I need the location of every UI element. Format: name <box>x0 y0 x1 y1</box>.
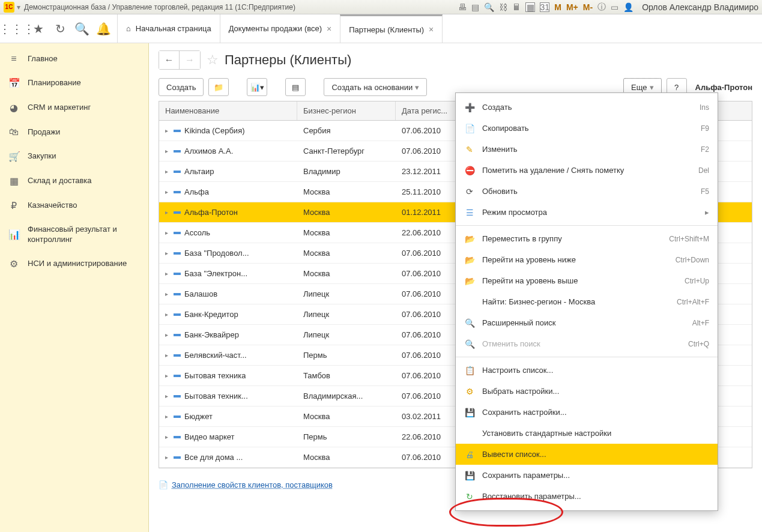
create-based-button[interactable]: Создать на основании ▾ <box>324 78 427 96</box>
nav-back-button[interactable]: ← <box>159 51 180 69</box>
menu-item-17[interactable]: Установить стандартные настройки <box>456 423 718 444</box>
menu-item-label: Сохранить настройки... <box>482 408 709 417</box>
row-icon <box>174 273 181 275</box>
sidebar-item-icon: ⚙ <box>8 258 19 270</box>
sidebar-item-1[interactable]: 📅Планирование <box>0 71 148 95</box>
tree-expand-icon[interactable]: ▸ <box>165 393 170 399</box>
menu-item-8[interactable]: 📂 Перейти на уровень нижеCtrl+Down <box>456 249 718 270</box>
sidebar-item-6[interactable]: ₽Казначейство <box>0 193 148 218</box>
tree-expand-icon[interactable]: ▸ <box>165 311 170 318</box>
user-name[interactable]: Орлов Александр Владимиро <box>642 2 758 12</box>
m-minus-icon[interactable]: M- <box>583 2 593 12</box>
tree-expand-icon[interactable]: ▸ <box>165 434 170 440</box>
sidebar-item-4[interactable]: 🛒Закупки <box>0 144 148 169</box>
menu-item-9[interactable]: 📂 Перейти на уровень вышеCtrl+Up <box>456 270 718 291</box>
window-icon[interactable]: ▭ <box>611 2 618 12</box>
row-icon <box>174 313 181 316</box>
tree-expand-icon[interactable]: ▸ <box>165 250 170 256</box>
main-content: ← → ☆ Партнеры (Клиенты) Создать 📁 📊▾ ▤ … <box>149 43 762 532</box>
menu-item-14[interactable]: 📋 Настроить список... <box>456 360 718 381</box>
create-folder-button[interactable]: 📁 <box>208 78 229 96</box>
favorite-icon[interactable]: ★ <box>28 18 49 40</box>
app-menu-arrow[interactable]: ▾ <box>17 3 20 11</box>
sidebar-item-icon: 🛍 <box>8 127 19 138</box>
calendar-31-icon[interactable]: 31 <box>540 2 549 12</box>
menu-item-16[interactable]: 💾 Сохранить настройки... <box>456 402 718 423</box>
row-region: Липецк <box>297 330 396 339</box>
menu-item-2[interactable]: ✎ ИзменитьF2 <box>456 139 718 160</box>
apps-icon[interactable]: ⋮⋮⋮ <box>6 18 28 40</box>
tree-expand-icon[interactable]: ▸ <box>165 291 170 297</box>
tree-expand-icon[interactable]: ▸ <box>165 168 170 175</box>
print-icon[interactable]: 🖶 <box>458 2 467 12</box>
link-icon[interactable]: ⛓ <box>499 2 507 12</box>
star-icon[interactable]: ☆ <box>207 52 219 68</box>
menu-item-label: Сохранить параметры... <box>482 471 709 480</box>
menu-item-7[interactable]: 📂 Переместить в группуCtrl+Shift+M <box>456 228 718 249</box>
fill-properties-link[interactable]: Заполнение свойств клиентов, поставщиков <box>172 480 333 489</box>
sidebar-item-3[interactable]: 🛍Продажи <box>0 120 148 144</box>
calendar-icon[interactable]: ▦ <box>525 2 535 12</box>
menu-item-11[interactable]: 🔍 Расширенный поискAlt+F <box>456 312 718 333</box>
menu-item-5[interactable]: ☰ Режим просмотра▸ <box>456 202 718 223</box>
menu-item-19[interactable]: 💾 Сохранить параметры... <box>456 465 718 486</box>
row-icon <box>174 334 181 336</box>
sidebar-item-0[interactable]: ≡Главное <box>0 47 148 71</box>
list-button[interactable]: ▤ <box>285 78 306 96</box>
menu-shortcut: Alt+F <box>692 319 709 327</box>
menu-item-20[interactable]: ↻ Восстановить параметры... <box>456 486 718 507</box>
menu-item-1[interactable]: 📄 СкопироватьF9 <box>456 118 718 139</box>
sidebar-item-icon: 📅 <box>8 77 19 89</box>
tab-sales-docs[interactable]: Документы продажи (все) × <box>220 14 341 43</box>
doc-icon[interactable]: ▤ <box>471 2 479 12</box>
create-button[interactable]: Создать <box>159 78 204 96</box>
col-name[interactable]: Наименование <box>159 101 297 120</box>
menu-item-label: Перейти на уровень ниже <box>482 255 668 264</box>
tab-label: Документы продажи (все) <box>229 24 322 33</box>
history-icon[interactable]: ↻ <box>49 18 71 40</box>
tree-expand-icon[interactable]: ▸ <box>165 270 170 277</box>
search-icon[interactable]: 🔍 <box>484 2 494 12</box>
bell-icon[interactable]: 🔔 <box>92 18 114 40</box>
calc-icon[interactable]: 🖩 <box>512 2 521 12</box>
menu-item-10[interactable]: Найти: Бизнес-регион - МоскваCtrl+Alt+F <box>456 291 718 312</box>
tree-expand-icon[interactable]: ▸ <box>165 454 170 461</box>
tab-home[interactable]: ⌂ Начальная страница <box>117 14 220 43</box>
menu-shortcut: Ins <box>700 103 709 112</box>
sidebar-item-8[interactable]: ⚙НСИ и администрирование <box>0 252 148 276</box>
nav-forward-button[interactable]: → <box>180 51 200 69</box>
sidebar-item-7[interactable]: 📊Финансовый результат и контроллинг <box>0 218 148 252</box>
tree-expand-icon[interactable]: ▸ <box>165 331 170 338</box>
tree-expand-icon[interactable]: ▸ <box>165 148 170 154</box>
menu-item-15[interactable]: ⚙ Выбрать настройки... <box>456 381 718 402</box>
sidebar-item-5[interactable]: ▦Склад и доставка <box>0 169 148 193</box>
tree-expand-icon[interactable]: ▸ <box>165 413 170 420</box>
col-region[interactable]: Бизнес-регион <box>297 101 396 120</box>
close-icon[interactable]: × <box>429 25 434 34</box>
tree-expand-icon[interactable]: ▸ <box>165 229 170 236</box>
row-name: Альфа-Протон <box>184 208 238 217</box>
menu-item-4[interactable]: ⟳ ОбновитьF5 <box>456 181 718 202</box>
menu-item-3[interactable]: ⛔ Пометить на удаление / Снять пометкуDe… <box>456 160 718 181</box>
tree-expand-icon[interactable]: ▸ <box>165 372 170 379</box>
sidebar-item-2[interactable]: ◕CRM и маркетинг <box>0 95 148 120</box>
info-icon[interactable]: ⓘ <box>597 2 606 13</box>
menu-item-0[interactable]: ➕ СоздатьIns <box>456 97 718 118</box>
tab-partners[interactable]: Партнеры (Клиенты) × <box>340 14 443 43</box>
m-plus-icon[interactable]: M+ <box>566 2 578 12</box>
close-icon[interactable]: × <box>327 24 331 34</box>
row-icon <box>174 252 181 255</box>
tree-expand-icon[interactable]: ▸ <box>165 209 170 216</box>
m-icon[interactable]: M <box>554 2 561 12</box>
row-icon <box>174 191 181 193</box>
top-toolbar: ⋮⋮⋮ ★ ↻ 🔍 🔔 ⌂ Начальная страница Докумен… <box>0 14 762 43</box>
reports-button[interactable]: 📊▾ <box>247 78 267 96</box>
tree-expand-icon[interactable]: ▸ <box>165 127 170 134</box>
search-icon[interactable]: 🔍 <box>71 18 92 40</box>
menu-item-18[interactable]: 🖨 Вывести список... <box>456 444 718 465</box>
menu-shortcut: F9 <box>701 124 709 133</box>
menu-item-label: Создать <box>482 103 692 112</box>
tree-expand-icon[interactable]: ▸ <box>165 189 170 195</box>
tree-expand-icon[interactable]: ▸ <box>165 352 170 358</box>
row-region: Санкт-Петербург <box>297 147 396 156</box>
